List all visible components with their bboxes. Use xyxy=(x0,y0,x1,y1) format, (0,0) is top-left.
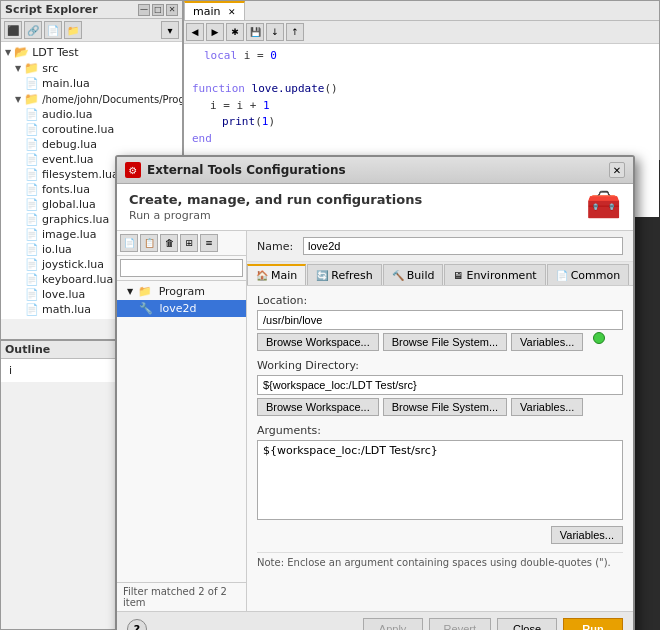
program-tree-item[interactable]: ▼ 📁 Program xyxy=(117,283,246,300)
working-dir-input[interactable] xyxy=(257,375,623,395)
new-config-btn[interactable]: 📄 xyxy=(120,234,138,252)
expand-arrow: ▼ xyxy=(127,287,133,296)
arguments-textarea[interactable]: ${workspace_loc:/LDT Test/src} xyxy=(257,440,623,520)
link-editor-btn[interactable]: 🔗 xyxy=(24,21,42,39)
next-annotation-btn[interactable]: ↓ xyxy=(266,23,284,41)
dialog-close-icon[interactable]: ✕ xyxy=(609,162,625,178)
name-input[interactable] xyxy=(303,237,623,255)
tab-build-label: Build xyxy=(407,269,435,282)
love2d-label: love2d xyxy=(156,302,197,315)
expand-arrow: ▼ xyxy=(5,48,11,57)
file-icon: 📄 xyxy=(25,243,39,256)
filter-status: Filter matched 2 of 2 item xyxy=(117,582,246,611)
tab-content-main: Location: Browse Workspace... Browse Fil… xyxy=(247,286,633,611)
footer-right: Apply Revert Close Run xyxy=(363,618,623,630)
config-search-input[interactable] xyxy=(120,259,243,277)
dialog-left-panel: 📄 📋 🗑 ⊞ ≡ ▼ 📁 Program 🔧 love2d xyxy=(117,231,247,611)
forward-btn[interactable]: ▶ xyxy=(206,23,224,41)
delete-config-btn[interactable]: 🗑 xyxy=(160,234,178,252)
file-icon: 📄 xyxy=(25,77,39,90)
config-tabs: 🏠 Main 🔄 Refresh 🔨 Build 🖥 Environment 📄 xyxy=(247,262,633,286)
common-tab-icon: 📄 xyxy=(556,270,568,281)
script-explorer-title-bar: Script Explorer — □ ✕ xyxy=(1,1,182,19)
run-program-icon: 🧰 xyxy=(586,188,621,221)
file-icon: 📄 xyxy=(25,123,39,136)
file-icon: 📄 xyxy=(25,273,39,286)
close-panel-btn[interactable]: ✕ xyxy=(166,4,178,16)
working-dir-buttons: Browse Workspace... Browse File System..… xyxy=(257,398,623,416)
tree-root-item[interactable]: ▼ 📂 LDT Test xyxy=(1,44,182,60)
file-icon: 📄 xyxy=(25,213,39,226)
expand-arrow: ▼ xyxy=(15,64,21,73)
browse-workspace-dir-btn[interactable]: Browse Workspace... xyxy=(257,398,379,416)
tree-src-item[interactable]: ▼ 📁 src xyxy=(1,60,182,76)
variables-args-btn[interactable]: Variables... xyxy=(551,526,623,544)
tab-refresh[interactable]: 🔄 Refresh xyxy=(307,264,382,285)
tab-common[interactable]: 📄 Common xyxy=(547,264,630,285)
code-line: end xyxy=(192,131,651,148)
code-line: local i = 0 xyxy=(192,48,651,65)
apply-button[interactable]: Apply xyxy=(363,618,423,630)
file-icon: 📄 xyxy=(25,288,39,301)
help-button[interactable]: ? xyxy=(127,619,147,630)
file-icon: 📄 xyxy=(25,168,39,181)
browse-filesystem-dir-btn[interactable]: Browse File System... xyxy=(383,398,507,416)
list-item[interactable]: 📄debug.lua xyxy=(1,137,182,152)
location-group: Location: Browse Workspace... Browse Fil… xyxy=(257,294,623,351)
file-icon: 📄 xyxy=(25,138,39,151)
file-icon: 📄 xyxy=(25,303,39,316)
code-line: function love.update() xyxy=(192,81,651,98)
tab-main[interactable]: main ✕ xyxy=(184,1,245,20)
arguments-label: Arguments: xyxy=(257,424,623,437)
love2d-tree-item[interactable]: 🔧 love2d xyxy=(117,300,246,317)
tab-environment[interactable]: 🖥 Environment xyxy=(444,264,545,285)
file-icon: 📄 xyxy=(25,228,39,241)
prev-annotation-btn[interactable]: ↑ xyxy=(286,23,304,41)
script-explorer-title: Script Explorer xyxy=(5,3,98,16)
build-tab-icon: 🔨 xyxy=(392,270,404,281)
copy-config-btn[interactable]: 📋 xyxy=(140,234,158,252)
revert-button[interactable]: Revert xyxy=(429,618,491,630)
tree-main-lua[interactable]: 📄 main.lua xyxy=(1,76,182,91)
browse-filesystem-location-btn[interactable]: Browse File System... xyxy=(383,333,507,351)
folder-icon: 📁 xyxy=(24,92,39,106)
dialog-header: Create, manage, and run configurations R… xyxy=(117,184,633,231)
dialog-header-title: Create, manage, and run configurations xyxy=(129,192,422,207)
variables-location-btn[interactable]: Variables... xyxy=(511,333,583,351)
list-item[interactable]: 📄audio.lua xyxy=(1,107,182,122)
filter-btn[interactable]: ⊞ xyxy=(180,234,198,252)
tab-close-icon[interactable]: ✕ xyxy=(228,7,236,17)
tab-main-label: Main xyxy=(271,269,297,282)
tree-item-label: /home/john/Documents/Progra... xyxy=(42,94,182,105)
tree-home-item[interactable]: ▼ 📁 /home/john/Documents/Progra... xyxy=(1,91,182,107)
new-folder-btn[interactable]: 📁 xyxy=(64,21,82,39)
collapse-all-btn[interactable]: ⬛ xyxy=(4,21,22,39)
list-item[interactable]: 📄coroutine.lua xyxy=(1,122,182,137)
view-menu-btn[interactable]: ▾ xyxy=(161,21,179,39)
close-button[interactable]: Close xyxy=(497,618,557,630)
folder-icon: 📁 xyxy=(24,61,39,75)
editor-toolbar: ◀ ▶ ✱ 💾 ↓ ↑ xyxy=(184,21,659,44)
save-btn[interactable]: 💾 xyxy=(246,23,264,41)
dialog-left-toolbar: 📄 📋 🗑 ⊞ ≡ xyxy=(117,231,246,256)
tab-env-label: Environment xyxy=(466,269,536,282)
file-icon: 📄 xyxy=(25,258,39,271)
back-btn[interactable]: ◀ xyxy=(186,23,204,41)
browse-workspace-location-btn[interactable]: Browse Workspace... xyxy=(257,333,379,351)
tab-build[interactable]: 🔨 Build xyxy=(383,264,444,285)
last-edit-btn[interactable]: ✱ xyxy=(226,23,244,41)
minimize-btn[interactable]: — xyxy=(138,4,150,16)
sort-btn[interactable]: ≡ xyxy=(200,234,218,252)
dialog-title-bar: ⚙ External Tools Configurations ✕ xyxy=(117,157,633,184)
maximize-btn[interactable]: □ xyxy=(152,4,164,16)
location-input[interactable] xyxy=(257,310,623,330)
new-file-btn[interactable]: 📄 xyxy=(44,21,62,39)
status-indicator xyxy=(593,332,605,344)
config-tree[interactable]: ▼ 📁 Program 🔧 love2d xyxy=(117,281,246,582)
run-button[interactable]: Run xyxy=(563,618,623,630)
code-line xyxy=(192,65,651,82)
file-icon: 📄 xyxy=(25,108,39,121)
tab-main[interactable]: 🏠 Main xyxy=(247,264,306,285)
dialog-right-panel: Name: 🏠 Main 🔄 Refresh 🔨 Build 🖥 xyxy=(247,231,633,611)
variables-dir-btn[interactable]: Variables... xyxy=(511,398,583,416)
